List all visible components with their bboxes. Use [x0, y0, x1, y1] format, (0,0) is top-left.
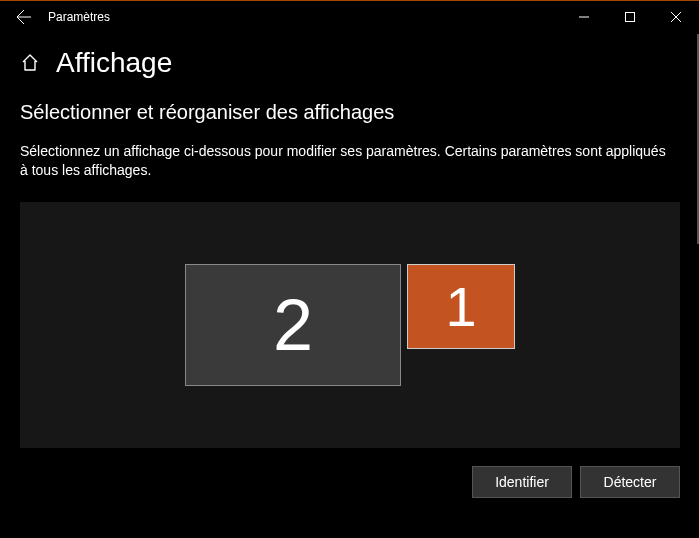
maximize-button[interactable] [607, 1, 653, 33]
close-icon [671, 12, 681, 22]
button-label: Identifier [495, 474, 549, 490]
page-header: Affichage [0, 33, 699, 101]
svg-rect-0 [626, 13, 635, 22]
identify-button[interactable]: Identifier [472, 466, 572, 498]
maximize-icon [625, 12, 635, 22]
button-row: Identifier Détecter [20, 466, 680, 498]
monitor-label: 2 [273, 284, 313, 366]
minimize-icon [579, 12, 589, 22]
display-arrangement-area[interactable]: 2 1 [20, 202, 680, 448]
arrow-left-icon [16, 9, 32, 25]
window-title: Paramètres [48, 10, 110, 24]
display-monitor-1[interactable]: 1 [407, 264, 515, 349]
display-monitor-2[interactable]: 2 [185, 264, 401, 386]
content-area: Sélectionner et réorganiser des affichag… [0, 101, 699, 498]
minimize-button[interactable] [561, 1, 607, 33]
monitors-container: 2 1 [185, 264, 515, 386]
close-button[interactable] [653, 1, 699, 33]
section-description: Sélectionnez un affichage ci-dessous pou… [20, 142, 670, 180]
page-title: Affichage [56, 47, 172, 79]
back-button[interactable] [4, 1, 44, 33]
title-bar: Paramètres [0, 1, 699, 33]
section-title: Sélectionner et réorganiser des affichag… [20, 101, 679, 124]
monitor-label: 1 [445, 274, 476, 339]
button-label: Détecter [604, 474, 657, 490]
home-icon[interactable] [20, 53, 40, 73]
detect-button[interactable]: Détecter [580, 466, 680, 498]
